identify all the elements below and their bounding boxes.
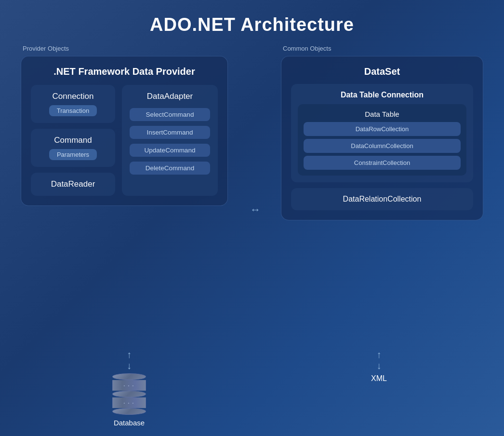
adapter-box: DataAdapter SelectCommand InsertCommand …	[122, 85, 218, 196]
database-container: ↑ ↓ Database	[107, 349, 151, 427]
provider-title: .NET Framework Data Provider	[31, 66, 218, 77]
dtc-title: Data Table Connection	[298, 91, 466, 99]
db-disk-mid	[112, 391, 146, 397]
insert-command: InsertCommand	[130, 126, 210, 139]
db-arrow-down: ↓	[127, 360, 132, 371]
xml-arrow-down: ↓	[377, 360, 382, 371]
dataset-section: Common Objects DataSet Data Table Connec…	[281, 45, 483, 345]
left-column: Connection Transaction Command Parameter…	[31, 85, 115, 196]
db-disk-bot	[112, 408, 146, 415]
parameters-badge: Parameters	[49, 149, 97, 160]
arrow-icon: ↔	[250, 204, 259, 216]
relation-box: DataRelationCollection	[291, 188, 473, 210]
datareader-label: DataReader	[51, 179, 95, 189]
provider-section: Provider Objects .NET Framework Data Pro…	[21, 45, 228, 345]
db-disk-top	[112, 373, 146, 380]
dataset-title: DataSet	[291, 66, 473, 77]
data-table-connection-box: Data Table Connection Data Table DataRow…	[291, 84, 473, 182]
db-label: Database	[114, 419, 145, 427]
connection-label: Connection	[52, 92, 93, 101]
command-label: Command	[54, 136, 92, 145]
common-label: Common Objects	[283, 45, 483, 52]
db-body-1	[112, 380, 146, 391]
dataset-panel: DataSet Data Table Connection Data Table…	[281, 56, 483, 220]
transaction-badge: Transaction	[49, 105, 97, 116]
database-icon	[112, 373, 146, 415]
adapter-label: DataAdapter	[147, 92, 193, 101]
xml-arrow-up: ↑	[377, 349, 382, 360]
bidirectional-arrow: ↔	[242, 74, 266, 345]
provider-label: Provider Objects	[23, 45, 228, 52]
datacolumn-collection: DataColumnCollection	[304, 139, 461, 153]
right-column: DataAdapter SelectCommand InsertCommand …	[122, 85, 218, 196]
db-arrow-up: ↑	[127, 349, 132, 360]
select-command: SelectCommand	[130, 108, 210, 121]
datarow-collection: DataRowCollection	[304, 122, 461, 136]
bottom-section: ↑ ↓ Database ↑ ↓ XML	[21, 349, 483, 426]
main-content: Provider Objects .NET Framework Data Pro…	[21, 45, 483, 345]
db-body-2	[112, 397, 146, 408]
provider-inner: Connection Transaction Command Parameter…	[31, 85, 218, 196]
relation-text: DataRelationCollection	[343, 195, 422, 203]
datareader-box: DataReader	[31, 173, 115, 196]
data-table-inner: Data Table DataRowCollection DataColumnC…	[298, 104, 466, 176]
constraint-collection: ConstraintCollection	[304, 156, 461, 170]
provider-panel: .NET Framework Data Provider Connection …	[21, 56, 228, 206]
page-title: ADO.NET Architecture	[150, 14, 354, 35]
update-command: UpdateCommand	[130, 144, 210, 157]
command-box: Command Parameters	[31, 129, 115, 167]
delete-command: DeleteCommand	[130, 162, 210, 175]
xml-container: ↑ ↓ XML	[371, 349, 387, 383]
connection-box: Connection Transaction	[31, 85, 115, 123]
dt-title: Data Table	[304, 110, 461, 118]
xml-label: XML	[371, 374, 387, 383]
